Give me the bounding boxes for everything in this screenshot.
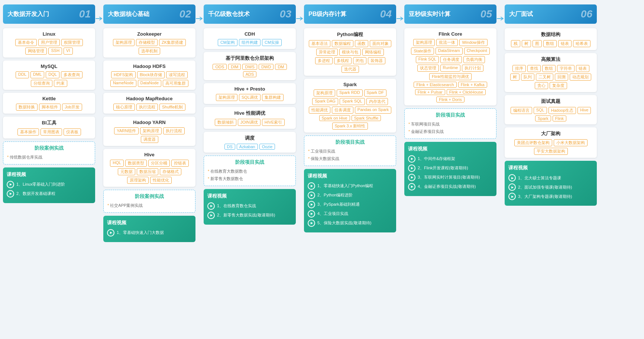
spark-title: Spark	[308, 82, 392, 87]
video-item[interactable]: 5、保险大数据实战(敬请期待)	[308, 219, 392, 227]
tag: 多线程	[334, 57, 352, 64]
play-button[interactable]	[408, 174, 415, 181]
tag: 组件构建	[239, 39, 260, 46]
col1-video-title: 课程视频	[7, 171, 91, 178]
video-item[interactable]: 1、零基础快速入门Python编程	[308, 182, 392, 190]
col2-project-title: 阶段案例实战	[107, 193, 191, 200]
play-button[interactable]	[308, 201, 315, 208]
tag: NameNode	[110, 80, 136, 87]
col3-videos: 课程视频 1、在线教育数仓实战 2、新零售大数据实战(敬请期待)	[204, 189, 296, 225]
play-button[interactable]	[508, 183, 516, 191]
tag: 基本语法	[309, 40, 330, 47]
video-label: 2、面试加强专项课(敬请期待)	[518, 185, 572, 190]
interview-card: 面试真题 编程语言 SQL Hadoop生态 Hive Spark Flink	[505, 95, 597, 124]
play-button[interactable]	[308, 182, 315, 190]
video-item[interactable]: 1、在线教育数仓实战	[207, 202, 292, 210]
tag: 内存迭代	[366, 98, 388, 105]
tag: 美团点评数仓架构	[514, 139, 552, 146]
col3-video-title: 课程视频	[207, 193, 292, 199]
arch-title: 大厂架构	[508, 130, 593, 137]
tag: 架构原理	[113, 39, 135, 46]
col4-project-title: 阶段项目实战	[308, 139, 392, 146]
tag: Spark Shuffle	[352, 115, 381, 121]
cdh-title: CDH	[207, 31, 292, 37]
play-button[interactable]	[207, 212, 215, 219]
tag: Flink	[553, 115, 566, 121]
tag: 控链表	[171, 160, 189, 167]
play-button[interactable]	[107, 229, 114, 237]
zk-title: Zookeeper	[107, 31, 192, 37]
tag: 基本操作	[17, 128, 39, 136]
video-item[interactable]: 2、Flink开发课程(敬请期待)	[408, 164, 493, 172]
play-button[interactable]	[508, 193, 516, 200]
video-item[interactable]: 4、金融证券项目实战(敬请期待)	[408, 183, 493, 190]
video-item[interactable]: 1、零基础快速入门大数据	[107, 229, 192, 237]
video-item[interactable]: 3、PySpark基础到精通	[308, 201, 392, 208]
tag: 架构原理	[140, 127, 162, 134]
arrow-1	[95, 4, 103, 22]
tag: 原理架构	[127, 177, 149, 184]
video-item[interactable]: 2、面试加强专项课(敬请期待)	[508, 183, 593, 191]
play-button[interactable]	[207, 202, 215, 210]
tag: VI	[64, 48, 72, 55]
tag: Hadoop生态	[548, 107, 576, 114]
video-item[interactable]: 3、车联网实时计算项目(敬请期待)	[408, 174, 493, 181]
col3-header: 千亿级数仓技术 03	[204, 4, 296, 24]
video-label: 3、PySpark基础到精通	[317, 202, 360, 207]
tag: 存储模型	[136, 39, 158, 46]
tag: 数据编程	[332, 40, 353, 47]
tag: DM	[275, 64, 287, 70]
tag: 数据转换	[16, 104, 38, 111]
video-item[interactable]: 2、新零售大数据实战(敬请期待)	[207, 212, 292, 219]
tag: 元数据	[118, 168, 135, 175]
col6-video-title: 课程视频	[508, 164, 593, 171]
project-item: 新零售大数据数仓	[208, 175, 292, 183]
tag: 架构原理	[314, 89, 335, 97]
video-item[interactable]: 1、北大硕士算法专题课	[508, 174, 593, 182]
video-label: 2、数据开发基础课程	[16, 191, 55, 196]
tag: Window操作	[459, 39, 487, 46]
col1-num: 01	[79, 8, 91, 20]
tag: 多进程	[315, 57, 333, 64]
bi-title: BI工具	[7, 120, 91, 126]
dw-arch-card: 基于阿里数仓分层架构 ODS DIM DWS DWD DM ADS	[204, 52, 296, 80]
col2-videos: 课程视频 1、零基础快速入门大数据	[103, 216, 195, 242]
play-button[interactable]	[7, 190, 14, 198]
tag: Spark DF	[364, 89, 386, 97]
play-button[interactable]	[308, 192, 315, 199]
tag: SQL	[534, 107, 547, 114]
video-label: 2、Flink开发课程(敬请期待)	[418, 165, 468, 171]
tag: 小米大数据架构	[554, 139, 588, 146]
tag: Spark on Hive	[319, 115, 350, 121]
video-item[interactable]: 1、中间件&存储框架	[408, 155, 493, 163]
tag: Azkaban	[237, 144, 258, 150]
tag: YARN组件	[114, 127, 139, 134]
tag: DataNode	[138, 80, 162, 87]
video-item[interactable]: 2、Python编程进阶	[308, 192, 392, 199]
video-label: 1、在线教育数仓实战	[217, 203, 256, 209]
play-button[interactable]	[308, 210, 315, 218]
tag: 树	[510, 74, 520, 81]
tag: 迭代器	[342, 66, 359, 73]
column-3: 千亿级数仓技术 03 CDH CM架构 组件构建 CM实操 基于阿里数仓分层架构…	[204, 4, 296, 225]
video-item[interactable]: 2、数据开发基础课程	[7, 190, 91, 198]
play-button[interactable]	[7, 181, 14, 188]
tag: 分组查询	[31, 80, 52, 87]
tag: DML	[30, 71, 44, 78]
video-item[interactable]: 3、大厂架构专题课(敬请期待)	[508, 193, 593, 200]
video-item[interactable]: 4、工业项目实战	[308, 210, 392, 218]
play-button[interactable]	[408, 155, 415, 163]
project-item: 传统数据仓库实战	[7, 154, 91, 161]
tag: DIM	[228, 64, 241, 70]
play-button[interactable]	[408, 164, 415, 172]
video-label: 3、车联网实时计算项目(敬请期待)	[418, 175, 480, 180]
col5-header: 亚秒级实时计算 05	[404, 4, 496, 24]
col1-videos: 课程视频 1、Linux零基础入门到进阶 2、数据开发基础课程	[3, 167, 95, 203]
play-button[interactable]	[308, 219, 315, 227]
hdfs-card: Hadoop HDFS HDFS架构 Block块存储 读写流程 NameNod…	[103, 61, 195, 90]
play-button[interactable]	[408, 183, 415, 190]
hive-opt-title: Hive 性能调优	[207, 110, 292, 117]
column-4: PB级内存计算 04 Python编程 基本语法 数据编程 函数 面向对象 异常…	[304, 4, 396, 232]
video-item[interactable]: 1、Linux零基础入门到进阶	[7, 181, 91, 188]
play-button[interactable]	[508, 174, 516, 182]
